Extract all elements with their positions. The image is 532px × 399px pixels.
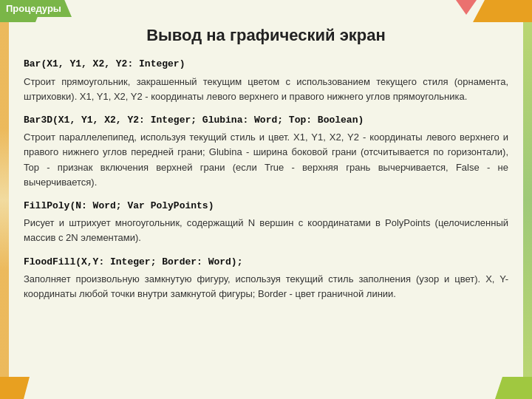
func-desc-4: Заполняет произвольную замкнутую фигуру,… xyxy=(24,272,508,301)
func-desc-2: Строит параллелепипед, используя текущий… xyxy=(24,130,508,190)
func-signature-4: FloodFill(X,Y: Integer; Border: Word); xyxy=(24,255,508,270)
content-body: Bar(X1, Y1, X2, Y2: Integer) Строит прям… xyxy=(24,57,508,301)
func-signature-1: Bar(X1, Y1, X2, Y2: Integer) xyxy=(24,57,508,72)
procedures-tab[interactable]: Процедуры xyxy=(0,0,72,17)
func-desc-3: Рисует и штрихует многоугольник, содержа… xyxy=(24,216,508,245)
page-title: Вывод на графический экран xyxy=(24,26,508,45)
main-content-area: Вывод на графический экран Bar(X1, Y1, X… xyxy=(9,0,523,399)
func-signature-3: FillPoly(N: Word; Var PolyPoints) xyxy=(24,199,508,214)
func-desc-1: Строит прямоугольник, закрашенный текущи… xyxy=(24,75,508,104)
side-decoration-left xyxy=(0,22,9,377)
side-decoration-right xyxy=(523,22,532,377)
func-signature-2: Bar3D(X1, Y1, X2, Y2: Integer; Glubina: … xyxy=(24,113,508,128)
tab-label: Процедуры xyxy=(6,3,61,14)
